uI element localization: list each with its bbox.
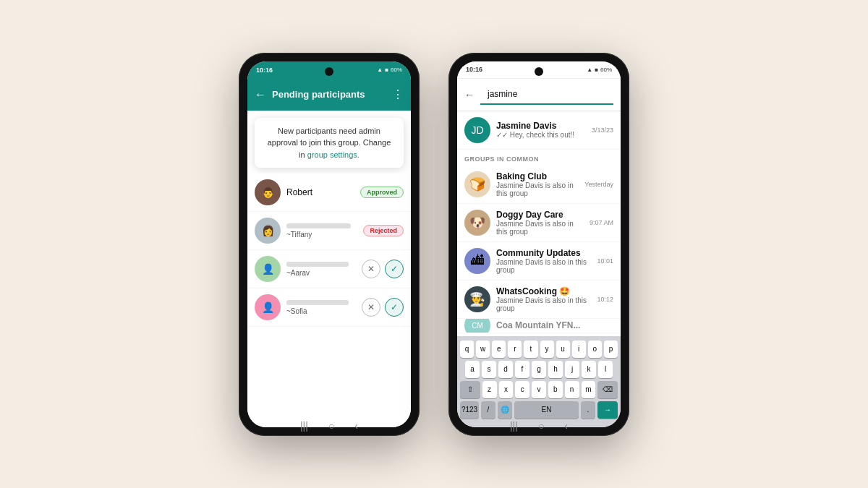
- status-time-1: 10:16: [256, 67, 273, 74]
- key-w[interactable]: w: [476, 341, 490, 358]
- more-button-1[interactable]: ⋮: [392, 87, 404, 101]
- phone-screen-2: 10:16 ▲ ■ 60% ← JD Jasmine Davis ✓✓: [457, 61, 621, 427]
- kb-row-1: q w e r t y u i o p: [460, 341, 618, 358]
- key-f[interactable]: f: [515, 361, 529, 378]
- doggy-avatar: 🐶: [464, 210, 490, 236]
- key-e[interactable]: e: [492, 341, 506, 358]
- kb-row-2: a s d f g h j k l: [460, 361, 618, 378]
- baking-name: Baking Club: [496, 171, 579, 181]
- nav-recent-2[interactable]: |||: [510, 420, 518, 432]
- key-globe[interactable]: 🌐: [498, 401, 512, 419]
- participant-item: 👩 ~Tiffany Rejected: [247, 212, 411, 250]
- doggy-info: Doggy Day Care Jasmine Davis is also in …: [496, 210, 584, 236]
- phone-nav-1: ||| ○ ‹: [300, 420, 358, 432]
- group-item-whatscooking[interactable]: 👨‍🍳 WhatsCooking 🤩 Jasmine Davis is also…: [457, 281, 621, 319]
- key-b[interactable]: b: [548, 381, 563, 398]
- partial-name: Coa Mountain YFN...: [496, 320, 613, 330]
- reject-button[interactable]: ✕: [362, 260, 380, 278]
- key-send[interactable]: →: [597, 401, 618, 419]
- key-space[interactable]: EN: [514, 401, 579, 419]
- kb-row-3: ⇧ z x c v b n m ⌫: [460, 381, 618, 398]
- back-button-2[interactable]: ←: [464, 89, 475, 100]
- key-n[interactable]: n: [565, 381, 579, 398]
- sofia-avatar: 👤: [255, 294, 281, 320]
- key-l[interactable]: l: [598, 361, 613, 378]
- baking-sub: Jasmine Davis is also in this group: [496, 181, 579, 197]
- baking-time: Yesterday: [584, 181, 613, 188]
- key-a[interactable]: a: [465, 361, 480, 378]
- participant-item: 👤 ~Sofia ✕ ✓: [247, 288, 411, 327]
- key-y[interactable]: y: [540, 341, 554, 358]
- group-item-community[interactable]: 🏙 Community Updates Jasmine Davis is als…: [457, 242, 621, 281]
- rejected-badge: Rejected: [363, 225, 404, 236]
- key-num[interactable]: ?123: [460, 401, 479, 419]
- key-g[interactable]: g: [532, 361, 546, 378]
- key-delete[interactable]: ⌫: [597, 381, 618, 398]
- approve-button[interactable]: ✓: [385, 298, 404, 317]
- robert-avatar: 👨: [255, 179, 281, 205]
- participants-list: 👨 Robert Approved 👩 ~Tiffany Rejected: [247, 174, 411, 427]
- community-info: Community Updates Jasmine Davis is also …: [496, 248, 591, 274]
- key-slash[interactable]: /: [481, 401, 495, 419]
- sofia-info: ~Sofia: [286, 300, 356, 315]
- jasmine-contact-item[interactable]: JD Jasmine Davis ✓✓ Hey, check this out!…: [457, 111, 621, 150]
- key-v[interactable]: v: [532, 381, 546, 398]
- key-j[interactable]: j: [565, 361, 579, 378]
- pending-title: Pending participants: [272, 89, 386, 100]
- group-item-doggy[interactable]: 🐶 Doggy Day Care Jasmine Davis is also i…: [457, 204, 621, 242]
- key-s[interactable]: s: [482, 361, 496, 378]
- key-x[interactable]: x: [499, 381, 514, 398]
- tiffany-info: ~Tiffany: [286, 223, 357, 239]
- group-item-partial: CM Coa Mountain YFN...: [457, 319, 621, 333]
- community-avatar: 🏙: [464, 248, 490, 274]
- aarav-avatar: 👤: [255, 256, 281, 282]
- key-i[interactable]: i: [572, 341, 586, 358]
- jasmine-contact-info: Jasmine Davis ✓✓ Hey, check this out!!: [496, 121, 586, 139]
- jasmine-message: Hey, check this out!!: [510, 131, 574, 139]
- key-r[interactable]: r: [508, 341, 522, 358]
- approve-button[interactable]: ✓: [385, 260, 404, 278]
- key-z[interactable]: z: [482, 381, 497, 398]
- nav-recent[interactable]: |||: [300, 420, 308, 432]
- key-shift[interactable]: ⇧: [460, 381, 480, 398]
- key-q[interactable]: q: [460, 341, 474, 358]
- key-c[interactable]: c: [515, 381, 529, 398]
- jasmine-status: ✓✓ Hey, check this out!!: [496, 131, 586, 139]
- doggy-sub: Jasmine Davis is also in this group: [496, 220, 584, 236]
- phone-screen-1: 10:16 ▲ ■ 60% ← Pending participants ⋮ N…: [247, 61, 411, 427]
- back-button-1[interactable]: ←: [255, 88, 266, 101]
- blur-line: [286, 262, 349, 267]
- partial-avatar: CM: [464, 319, 490, 333]
- key-d[interactable]: d: [498, 361, 513, 378]
- pending-header: ← Pending participants ⋮: [247, 79, 411, 111]
- tiffany-avatar: 👩: [255, 218, 281, 244]
- nav-back-2[interactable]: ‹: [564, 420, 568, 432]
- battery-icon: 60%: [391, 67, 402, 73]
- aarav-name: ~Aarav: [286, 269, 356, 277]
- community-sub: Jasmine Davis is also in this group: [496, 258, 591, 274]
- key-p[interactable]: p: [604, 341, 618, 358]
- nav-home[interactable]: ○: [328, 420, 334, 432]
- key-k[interactable]: k: [582, 361, 596, 378]
- baking-info: Baking Club Jasmine Davis is also in thi…: [496, 171, 579, 197]
- key-m[interactable]: m: [582, 381, 596, 398]
- reject-button[interactable]: ✕: [362, 298, 380, 317]
- aarav-info: ~Aarav: [286, 262, 356, 277]
- key-t[interactable]: t: [524, 341, 537, 358]
- community-time: 10:01: [597, 257, 613, 265]
- group-item-baking[interactable]: 🍞 Baking Club Jasmine Davis is also in t…: [457, 166, 621, 204]
- sofia-name: ~Sofia: [286, 307, 356, 315]
- admin-tooltip: New participants need admin approval to …: [255, 118, 404, 168]
- jasmine-avatar: JD: [464, 117, 490, 143]
- key-u[interactable]: u: [556, 341, 570, 358]
- key-h[interactable]: h: [548, 361, 563, 378]
- group-settings-link[interactable]: group settings.: [307, 150, 359, 159]
- nav-home-2[interactable]: ○: [538, 420, 544, 432]
- phone-pending-participants: 10:16 ▲ ■ 60% ← Pending participants ⋮ N…: [239, 53, 420, 436]
- whatscooking-time: 10:12: [597, 296, 613, 303]
- key-period[interactable]: .: [581, 401, 595, 419]
- nav-back[interactable]: ‹: [354, 420, 358, 432]
- key-o[interactable]: o: [588, 341, 602, 358]
- whatscooking-sub: Jasmine Davis is also in this group: [496, 296, 591, 312]
- search-input[interactable]: [480, 85, 613, 105]
